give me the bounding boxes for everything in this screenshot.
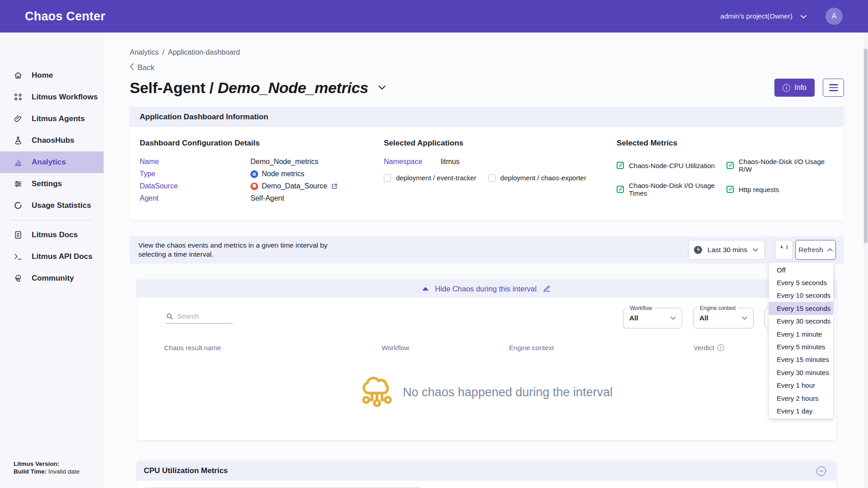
sidebar-item-litmus-workflows[interactable]: Litmus Workflows [0, 86, 104, 108]
chevron-down-icon [753, 248, 758, 252]
sliders-icon [14, 179, 23, 188]
chevron-down-icon [742, 316, 747, 320]
menu-item-every-10-seconds[interactable]: Every 10 seconds [769, 289, 833, 302]
refresh-now-button[interactable] [775, 240, 793, 260]
avatar[interactable]: A [826, 8, 843, 25]
sidebar-item-community[interactable]: Community [0, 267, 104, 289]
document-icon [14, 230, 23, 239]
time-range-select[interactable]: Last 30 mins [688, 240, 765, 260]
menu-item-every-1-minute[interactable]: Every 1 minute [769, 328, 833, 340]
bar-chart-icon [14, 158, 23, 167]
menu-item-off[interactable]: Off [769, 263, 833, 276]
empty-message: No chaos happened during the interval [403, 385, 613, 399]
build-time-value: Invalid date [48, 468, 80, 475]
breadcrumb-application-dashboard[interactable]: Application-dashboard [168, 48, 240, 56]
sidebar-item-settings[interactable]: Settings [0, 173, 104, 195]
agents-icon [14, 114, 23, 123]
menu-item-every-30-minutes[interactable]: Every 30 minutes [769, 366, 833, 379]
chat-icon [14, 274, 23, 283]
metric-checkbox-disk-io-times[interactable]: Chaos-Node-Disk I/O Usage Times [617, 182, 726, 197]
prometheus-icon [250, 183, 258, 190]
refresh-interval-menu: Off Every 5 seconds Every 10 seconds Eve… [769, 263, 833, 418]
chaos-events-card: Hide Chaos during this interval Workflow… [137, 280, 836, 440]
menu-item-every-15-minutes[interactable]: Every 15 minutes [769, 353, 833, 366]
sidebar-item-home[interactable]: Home [0, 65, 104, 86]
column-chaos-result-name: Chaos result name [164, 344, 382, 352]
sidebar-divider [11, 220, 93, 221]
cloud-network-icon [360, 374, 394, 410]
namespace-label: Namespace [384, 158, 422, 165]
empty-state: No chaos happened during the interval [137, 374, 836, 410]
dashboard-switcher-chevron-icon[interactable] [378, 84, 386, 92]
menu-button[interactable] [823, 79, 844, 97]
config-row-datasource: DataSource Demo_Data_Source [140, 182, 384, 190]
checkbox-checked-icon [617, 162, 624, 169]
dashboard-info-card: Application Dashboard Information Dashbo… [130, 107, 844, 220]
collapse-triangle-icon [422, 287, 429, 291]
verdict-info-icon[interactable]: i [717, 344, 724, 351]
sidebar-item-usage-statistics[interactable]: Usage Statistics [0, 195, 104, 216]
collapse-section-button[interactable] [816, 466, 826, 476]
menu-item-every-5-seconds[interactable]: Every 5 seconds [769, 276, 833, 289]
chevron-down-icon [670, 316, 676, 320]
menu-item-every-2-hours[interactable]: Every 2 hours [769, 392, 833, 404]
menu-item-every-1-day[interactable]: Every 1 day [769, 404, 833, 417]
sidebar-item-litmus-api-docs[interactable]: Litmus API Docs [0, 246, 104, 267]
sidebar-item-litmus-agents[interactable]: Litmus Agents [0, 108, 104, 130]
terminal-icon [14, 252, 23, 261]
info-button[interactable]: i Info [774, 79, 815, 97]
checkbox-unchecked-icon [384, 174, 391, 182]
cpu-utilization-card: CPU Utilization Metrics [137, 461, 836, 488]
refresh-interval-button[interactable]: Refresh [795, 240, 836, 260]
checkbox-checked-icon [726, 186, 734, 193]
breadcrumb-analytics[interactable]: Analytics [130, 48, 159, 56]
litmus-version-label: Litmus Version: [14, 460, 59, 467]
metric-checkbox-cpu-utilization[interactable]: Chaos-Node-CPU Utilization [617, 158, 726, 173]
vertical-scrollbar[interactable] [863, 33, 868, 488]
sidebar: Home Litmus Workflows Litmus Agents Chao… [0, 33, 104, 488]
breadcrumb-separator: / [162, 48, 164, 56]
sidebar-item-chaoshubs[interactable]: ChaosHubs [0, 130, 104, 151]
column-engine-context: Engine context [509, 344, 693, 352]
sidebar-item-analytics[interactable]: Analytics [0, 151, 104, 173]
application-checkbox-event-tracker[interactable]: deployment / event-tracker [384, 174, 476, 182]
metric-checkbox-disk-io-rw[interactable]: Chaos-Node-Disk I/O Usage R/W [726, 158, 834, 173]
search-input[interactable] [177, 312, 227, 320]
metric-checkbox-http-requests[interactable]: Http requests [726, 182, 834, 197]
hide-chaos-label: Hide Chaos during this interval [435, 285, 537, 293]
sidebar-item-litmus-docs[interactable]: Litmus Docs [0, 224, 104, 246]
version-info: Litmus Version: Build Time: Invalid date [14, 460, 80, 475]
engine-context-filter-select[interactable]: Engine context All [693, 308, 754, 328]
scrollbar-thumb[interactable] [864, 49, 868, 243]
column-workflow: Workflow [382, 344, 509, 352]
hamburger-icon [829, 84, 838, 85]
application-checkbox-chaos-exporter[interactable]: deployment / chaos-exporter [488, 174, 586, 182]
back-button[interactable]: Back [130, 63, 844, 72]
time-range-value: Last 30 mins [708, 246, 747, 254]
top-header: Chaos Center admin's project(Owner) A [0, 0, 868, 33]
main-content: Analytics / Application-dashboard Back S… [104, 33, 868, 488]
menu-item-every-1-hour[interactable]: Every 1 hour [769, 379, 833, 392]
checkbox-checked-icon [617, 186, 624, 193]
hide-chaos-toggle[interactable]: Hide Chaos during this interval [137, 280, 836, 298]
interval-description: View the chaos events and metrics in a g… [138, 241, 346, 259]
back-chevron-icon [130, 63, 134, 72]
clock-icon [694, 246, 702, 254]
checkbox-checked-icon [726, 162, 734, 169]
config-row-name: Name Demo_Node_metrics [140, 158, 384, 166]
app-title: Chaos Center [25, 9, 105, 23]
menu-item-every-30-seconds[interactable]: Every 30 seconds [769, 315, 833, 328]
menu-item-every-5-minutes[interactable]: Every 5 minutes [769, 340, 833, 353]
flask-icon [14, 136, 23, 145]
selected-metrics-title: Selected Metrics [617, 139, 834, 148]
project-picker[interactable]: admin's project(Owner) [720, 12, 807, 20]
workflow-filter-select[interactable]: Workflow All [623, 308, 682, 328]
info-icon: i [783, 84, 790, 92]
breadcrumb: Analytics / Application-dashboard [130, 48, 844, 56]
interval-bar: View the chaos events and metrics in a g… [130, 236, 844, 263]
external-link-icon[interactable] [331, 183, 338, 190]
chaos-table-header: Chaos result name Workflow Engine contex… [137, 344, 836, 352]
menu-item-every-15-seconds[interactable]: Every 15 seconds [769, 302, 833, 314]
project-label: admin's project(Owner) [720, 12, 793, 20]
refresh-icon [779, 245, 788, 254]
